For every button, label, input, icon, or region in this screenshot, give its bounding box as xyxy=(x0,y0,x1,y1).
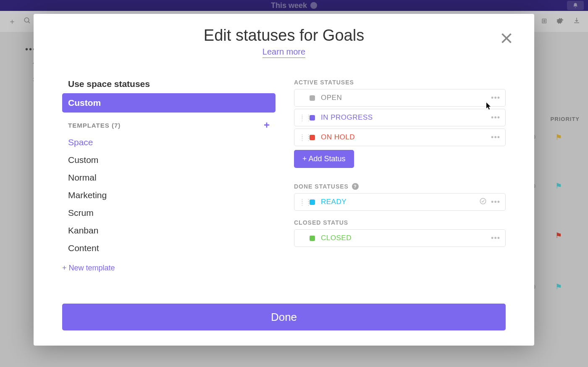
templates-label: TEMPLATES (7) xyxy=(68,122,121,129)
active-statuses-label: ACTIVE STATUSES xyxy=(294,79,506,86)
more-icon[interactable]: ••• xyxy=(491,234,500,243)
add-template-icon[interactable]: + xyxy=(264,119,270,131)
status-color-swatch[interactable] xyxy=(310,115,315,121)
status-color-swatch[interactable] xyxy=(310,95,315,101)
status-color-swatch[interactable] xyxy=(310,199,315,205)
edit-statuses-modal: Edit statuses for Goals Learn more Use s… xyxy=(34,14,534,346)
drag-handle-icon[interactable]: ⋮⋮⋮⋮ xyxy=(299,115,305,120)
status-name[interactable]: IN PROGRESS xyxy=(321,113,491,122)
status-name[interactable]: CLOSED xyxy=(321,234,491,242)
more-icon[interactable]: ••• xyxy=(491,198,500,207)
status-color-swatch[interactable] xyxy=(310,236,315,241)
status-row[interactable]: ⋮⋮⋮⋮READY••• xyxy=(294,193,506,211)
check-circle-icon[interactable] xyxy=(479,197,487,207)
modal-title: Edit statuses for Goals xyxy=(34,26,534,45)
svg-point-4 xyxy=(480,198,486,204)
closed-status-label: CLOSED STATUS xyxy=(294,219,506,226)
templates-sidebar: Use space statuses Custom TEMPLATES (7) … xyxy=(62,79,276,273)
done-button[interactable]: Done xyxy=(62,304,506,330)
use-space-statuses[interactable]: Use space statuses xyxy=(62,79,276,93)
template-item-space[interactable]: Space xyxy=(62,134,276,151)
template-item-normal[interactable]: Normal xyxy=(62,169,276,186)
drag-handle-icon[interactable]: ⋮⋮⋮⋮ xyxy=(299,135,305,139)
done-statuses-label: DONE STATUSES ? xyxy=(294,183,506,190)
status-row[interactable]: CLOSED••• xyxy=(294,229,506,247)
more-icon[interactable]: ••• xyxy=(491,133,500,142)
modal-header: Edit statuses for Goals Learn more xyxy=(34,14,534,58)
sidebar-item-custom[interactable]: Custom xyxy=(62,93,276,113)
drag-handle-icon[interactable]: ⋮⋮⋮⋮ xyxy=(299,200,305,204)
status-row[interactable]: OPEN••• xyxy=(294,89,506,107)
template-item-content[interactable]: Content xyxy=(62,239,276,257)
new-template-link[interactable]: + New template xyxy=(62,257,276,273)
close-icon[interactable] xyxy=(499,31,514,46)
status-name[interactable]: ON HOLD xyxy=(321,133,491,142)
add-status-button[interactable]: + Add Status xyxy=(294,150,354,168)
statuses-panel: ACTIVE STATUSES OPEN•••⋮⋮⋮⋮IN PROGRESS••… xyxy=(294,79,506,273)
more-icon[interactable]: ••• xyxy=(491,94,500,102)
help-icon[interactable]: ? xyxy=(352,183,359,190)
status-name[interactable]: READY xyxy=(321,198,479,206)
status-color-swatch[interactable] xyxy=(310,135,315,140)
learn-more-link[interactable]: Learn more xyxy=(262,47,305,58)
status-name[interactable]: OPEN xyxy=(321,94,491,102)
status-row[interactable]: ⋮⋮⋮⋮IN PROGRESS••• xyxy=(294,109,506,126)
template-item-scrum[interactable]: Scrum xyxy=(62,204,276,222)
status-row[interactable]: ⋮⋮⋮⋮ON HOLD••• xyxy=(294,128,506,146)
more-icon[interactable]: ••• xyxy=(491,113,500,122)
template-item-custom[interactable]: Custom xyxy=(62,151,276,169)
template-item-kanban[interactable]: Kanban xyxy=(62,222,276,239)
template-item-marketing[interactable]: Marketing xyxy=(62,186,276,204)
